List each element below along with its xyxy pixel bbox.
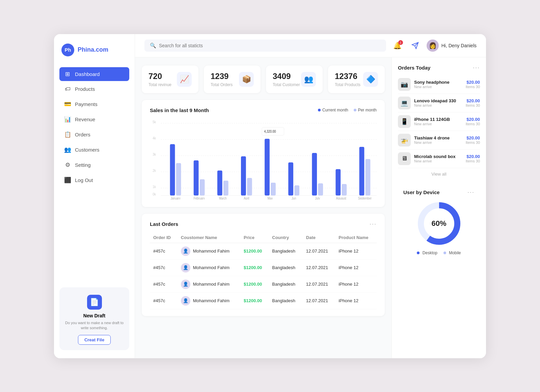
order-today-item: 📷 Sony headphone New arrive $20.00 Items…: [398, 75, 480, 94]
table-header-cell: Country: [269, 232, 303, 243]
sidebar-item-logout[interactable]: ⬛ Log Out: [59, 173, 129, 187]
stat-card-revenue: 720 Total revinue 📈: [142, 66, 198, 93]
order-item-icon: 📷: [398, 78, 411, 91]
svg-rect-36: [342, 184, 347, 195]
notification-badge: 1: [398, 40, 403, 45]
svg-text:0k: 0k: [153, 192, 156, 196]
svg-text:February: February: [194, 197, 205, 200]
sidebar-item-label: Products: [75, 86, 95, 92]
orders-today-more[interactable]: ···: [473, 64, 480, 71]
stat-icon-revenue: 📈: [177, 72, 192, 87]
order-item-right: $20.00 Items 30: [466, 98, 480, 107]
sidebar-item-products[interactable]: 🏷 Products: [59, 82, 129, 96]
order-item-sub: New arrive: [414, 140, 462, 145]
orders-table-title: Last Orders: [150, 221, 178, 227]
sidebar-item-revenue[interactable]: 📊 Revenue: [59, 112, 129, 126]
order-item-icon: 🖥: [398, 152, 411, 165]
messages-button[interactable]: [409, 40, 421, 52]
order-item-icon: 📱: [398, 115, 411, 128]
svg-text:3k: 3k: [153, 152, 156, 156]
stat-label-customers: Total Customer: [273, 82, 300, 87]
order-item-right: $20.00 Items 30: [466, 117, 480, 126]
svg-rect-29: [288, 162, 293, 195]
svg-text:March: March: [219, 197, 227, 200]
price-cell: $1200.00: [240, 276, 269, 292]
price-cell: $1200.00: [240, 292, 269, 309]
legend-current: Current month: [318, 108, 348, 112]
svg-text:September: September: [358, 197, 372, 200]
device-more[interactable]: ···: [467, 189, 475, 196]
sidebar-item-label: Revenue: [75, 116, 95, 122]
customers-nav-icon: 👥: [64, 146, 71, 153]
svg-text:Agugust: Agugust: [336, 197, 346, 200]
svg-text:Jun: Jun: [292, 197, 296, 200]
svg-rect-15: [194, 160, 199, 195]
sidebar-item-customers[interactable]: 👥 Customers: [59, 143, 129, 157]
device-title: User by Device: [403, 189, 440, 195]
order-item-sub: New arrive: [414, 85, 462, 89]
order-today-item: 📱 iPhone 11 124GB New arrive $20.00 Item…: [398, 112, 480, 131]
sidebar-nav: ⊞ Dashboard🏷 Products💳 Payments📊 Revenue…: [59, 67, 129, 279]
chart-section: Sales in the last 9 Month Current month …: [142, 100, 385, 207]
notification-button[interactable]: 🔔 1: [392, 40, 404, 52]
sidebar-logo: Ph Phina.com: [59, 44, 129, 56]
view-all-button[interactable]: View all: [398, 172, 480, 177]
sidebar-item-payments[interactable]: 💳 Payments: [59, 97, 129, 111]
customer-avatar: 👤: [181, 263, 190, 272]
table-header-cell: Coustomer Name: [178, 232, 240, 243]
setting-nav-icon: ⚙: [64, 161, 71, 168]
legend-per: Per month: [354, 108, 377, 112]
chart-title: Sales in the last 9 Month: [150, 107, 209, 113]
content-right: Orders Today ··· 📷 Sony headphone New ar…: [392, 57, 486, 358]
product-cell: iPhone 12: [335, 292, 377, 309]
country-cell: Bangladesh: [269, 292, 303, 309]
stat-label-revenue: Total revinue: [148, 82, 171, 87]
table-row: #457c 👤 Mohammod Fahim $1200.00 Banglade…: [150, 259, 377, 276]
order-item-info: Tiashiaw 4 drone New arrive: [414, 135, 462, 145]
sidebar-item-orders[interactable]: 📋 Orders: [59, 128, 129, 141]
stat-card-orders: 1239 Total Orders 📦: [204, 66, 261, 93]
topbar-actions: 🔔 1 👩 Hi, Deny Daniels: [392, 40, 477, 52]
sidebar-item-label: Dashboard: [75, 71, 100, 77]
order-item-count: Items 30: [466, 103, 480, 107]
order-item-count: Items 30: [466, 85, 480, 89]
svg-text:April: April: [244, 197, 249, 200]
search-input[interactable]: [159, 43, 381, 48]
orders-more-button[interactable]: ···: [370, 220, 377, 228]
orders-table-head: Order IDCoustomer NamePriceCountryDatePr…: [150, 232, 377, 243]
revenue-nav-icon: 📊: [64, 116, 71, 123]
order-today-item: 🖥 Microlab sound box New arrive $20.00 I…: [398, 150, 480, 168]
search-bar[interactable]: 🔍: [144, 40, 386, 52]
stat-card-customers: 3409 Total Customer 👥: [266, 66, 323, 93]
svg-text:4,320.00: 4,320.00: [264, 129, 276, 133]
order-item-info: Microlab sound box New arrive: [414, 154, 462, 163]
sidebar-item-label: Setting: [75, 162, 91, 168]
sidebar-item-dashboard[interactable]: ⊞ Dashboard: [59, 67, 129, 81]
table-header-cell: Price: [240, 232, 269, 243]
svg-rect-19: [223, 181, 228, 195]
svg-rect-33: [318, 183, 323, 195]
stat-value-orders: 1239: [211, 72, 233, 81]
orders-today-title: Orders Today: [398, 65, 430, 71]
order-item-count: Items 30: [466, 122, 480, 126]
svg-text:2k: 2k: [153, 168, 156, 173]
order-item-right: $20.00 Items 30: [466, 154, 480, 163]
orders-table: Order IDCoustomer NamePriceCountryDatePr…: [150, 232, 377, 309]
order-item-info: Sony headphone New arrive: [414, 80, 462, 89]
donut-percentage: 60%: [431, 219, 446, 228]
stat-label-orders: Total Orders: [211, 82, 233, 87]
mobile-legend: Mobile: [443, 251, 461, 255]
desktop-legend: Desktop: [417, 251, 437, 255]
order-today-item: 🚁 Tiashiaw 4 drone New arrive $20.00 Ite…: [398, 131, 480, 150]
order-item-price: $20.00: [466, 154, 480, 159]
order-item-icon: 🚁: [398, 134, 411, 147]
user-info[interactable]: 👩 Hi, Deny Daniels: [427, 40, 477, 52]
table-header-cell: Date: [303, 232, 335, 243]
svg-rect-24: [265, 139, 270, 195]
svg-rect-38: [359, 147, 364, 195]
svg-rect-13: [176, 163, 181, 195]
create-file-button[interactable]: Creat File: [78, 335, 111, 345]
svg-rect-30: [294, 185, 299, 195]
sidebar-item-setting[interactable]: ⚙ Setting: [59, 158, 129, 172]
order-item-name: iPhone 11 124GB: [414, 117, 462, 122]
